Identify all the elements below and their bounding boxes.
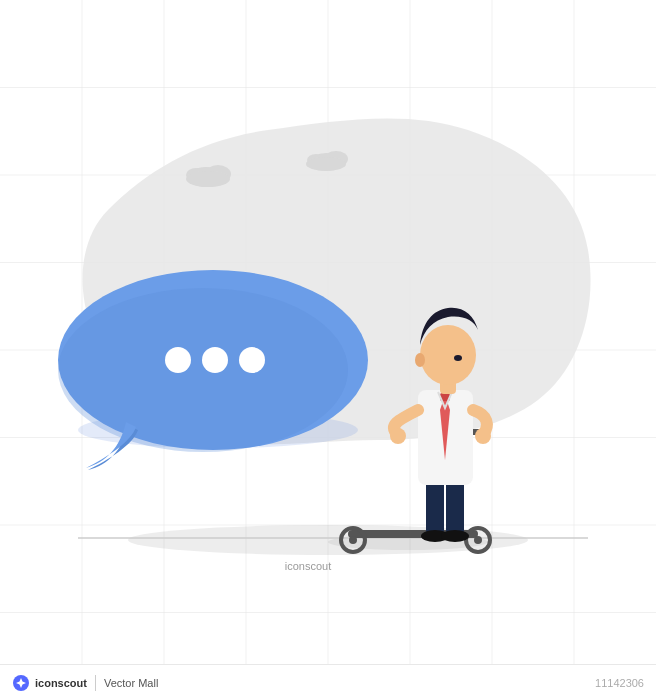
iconscout-label: iconscout (35, 677, 87, 689)
footer-bar: iconscout Vector Mall 11142306 (0, 664, 656, 700)
illustration-svg: iconscout (18, 30, 638, 650)
main-container: iconscout iconscout Vector Mall 11142306 (0, 0, 656, 700)
svg-point-26 (58, 288, 348, 452)
svg-point-27 (165, 347, 191, 373)
svg-point-45 (475, 428, 491, 444)
iconscout-logo-icon (12, 674, 30, 692)
svg-point-48 (454, 355, 462, 361)
iconscout-brand: iconscout (12, 674, 87, 692)
svg-point-23 (306, 157, 346, 171)
svg-point-47 (420, 325, 476, 385)
svg-point-29 (239, 347, 265, 373)
svg-point-44 (390, 428, 406, 444)
svg-rect-38 (426, 480, 444, 535)
svg-point-35 (349, 536, 357, 544)
item-id: 11142306 (595, 677, 644, 689)
svg-text:iconscout: iconscout (285, 560, 331, 572)
svg-rect-39 (446, 480, 464, 535)
vectormall-label: Vector Mall (104, 677, 158, 689)
svg-point-28 (202, 347, 228, 373)
svg-point-19 (186, 171, 230, 187)
svg-point-49 (415, 353, 425, 367)
svg-point-33 (474, 536, 482, 544)
footer-separator (95, 675, 96, 691)
svg-point-41 (441, 530, 469, 542)
